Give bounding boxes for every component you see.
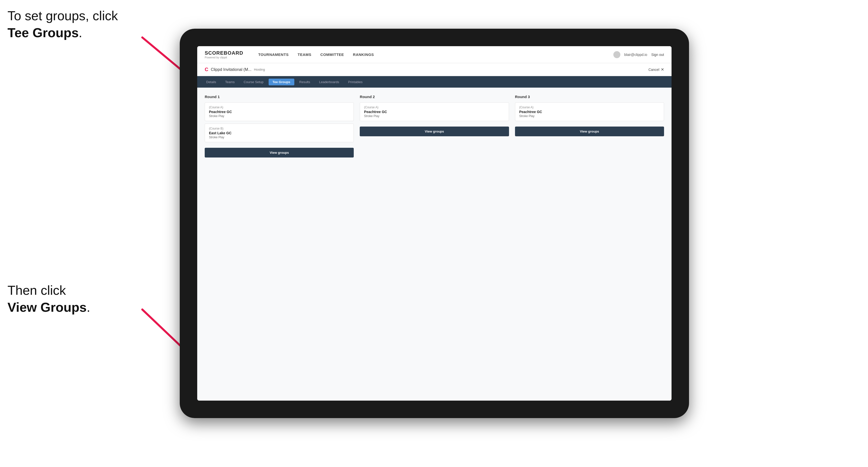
tab-details[interactable]: Details [202,79,220,85]
tournament-title: C Clippd Invitational (M... Hosting [205,67,265,72]
round-1-course-a-name: Peachtree GC [209,110,349,114]
tab-tee-groups[interactable]: Tee Groups [269,79,294,85]
top-navigation: SCOREBOARD Powered by clippit TOURNAMENT… [197,46,672,63]
tournament-bar: C Clippd Invitational (M... Hosting Canc… [197,63,672,76]
round-2-course-a-name: Peachtree GC [364,110,504,114]
tab-printables[interactable]: Printables [344,79,367,85]
round-2-course-a-format: Stroke Play [364,114,504,118]
round-1-title: Round 1 [205,95,354,99]
sub-navigation: Details Teams Course Setup Tee Groups Re… [197,76,672,88]
instruction-top: To set groups, click Tee Groups. [7,7,118,41]
hosting-badge: Hosting [254,68,265,71]
c-logo: C [205,67,208,72]
logo-text: SCOREBOARD [205,50,243,56]
instruction-bottom-bold: View Groups [7,300,87,314]
tab-teams[interactable]: Teams [221,79,239,85]
tab-leaderboards[interactable]: Leaderboards [315,79,343,85]
round-3-view-groups-button[interactable]: View groups [515,127,664,136]
round-3-course-a-card: (Course A) Peachtree GC Stroke Play [515,102,664,121]
user-avatar [613,51,620,58]
round-1-course-b-name: East Lake GC [209,131,349,135]
logo-area: SCOREBOARD Powered by clippit [205,50,243,59]
tab-course-setup[interactable]: Course Setup [240,79,268,85]
logo-scoreboard: SCOREBOARD [205,50,243,56]
cancel-button[interactable]: Cancel ✕ [648,67,664,72]
instruction-top-line1: To set groups, click [7,8,118,23]
tab-results[interactable]: Results [295,79,314,85]
round-3-title: Round 3 [515,95,664,99]
round-2-course-a-label: (Course A) [364,105,504,109]
instruction-top-bold: Tee Groups [7,26,79,40]
round-3-course-a-name: Peachtree GC [519,110,660,114]
round-1-column: Round 1 (Course A) Peachtree GC Stroke P… [205,95,354,157]
round-2-column: Round 2 (Course A) Peachtree GC Stroke P… [360,95,509,157]
round-3-column: Round 3 (Course A) Peachtree GC Stroke P… [515,95,664,157]
round-3-course-a-label: (Course A) [519,105,660,109]
main-content: Round 1 (Course A) Peachtree GC Stroke P… [197,88,672,401]
instruction-bottom-period: . [87,300,90,314]
round-3-course-a-format: Stroke Play [519,114,660,118]
tablet-screen: SCOREBOARD Powered by clippit TOURNAMENT… [197,46,672,401]
logo-sub: Powered by clippit [205,56,243,59]
round-1-course-b-label: (Course B) [209,127,349,130]
sign-out-link[interactable]: Sign out [651,53,664,57]
round-2-view-groups-button[interactable]: View groups [360,127,509,136]
nav-links: TOURNAMENTS TEAMS COMMITTEE RANKINGS [258,52,603,58]
tournament-name: Clippd Invitational (M... [211,67,251,72]
user-email: blair@clippd.io [624,53,647,57]
round-1-view-groups-button[interactable]: View groups [205,148,354,157]
round-1-course-a-card: (Course A) Peachtree GC Stroke Play [205,102,354,121]
tablet-device: SCOREBOARD Powered by clippit TOURNAMENT… [180,29,689,418]
round-1-course-b-card: (Course B) East Lake GC Stroke Play [205,124,354,142]
instruction-top-period: . [79,26,82,40]
round-1-course-a-format: Stroke Play [209,114,349,118]
nav-tournaments[interactable]: TOURNAMENTS [258,52,288,58]
nav-rankings[interactable]: RANKINGS [353,52,374,58]
nav-committee[interactable]: COMMITTEE [320,52,344,58]
round-1-course-b-format: Stroke Play [209,135,349,139]
round-2-course-a-card: (Course A) Peachtree GC Stroke Play [360,102,509,121]
round-1-course-a-label: (Course A) [209,105,349,109]
round-2-title: Round 2 [360,95,509,99]
nav-teams[interactable]: TEAMS [298,52,311,58]
instruction-bottom-line1: Then click [7,283,66,298]
instruction-bottom: Then click View Groups. [7,282,90,316]
nav-right: blair@clippd.io Sign out [613,51,664,58]
rounds-container: Round 1 (Course A) Peachtree GC Stroke P… [205,95,664,157]
